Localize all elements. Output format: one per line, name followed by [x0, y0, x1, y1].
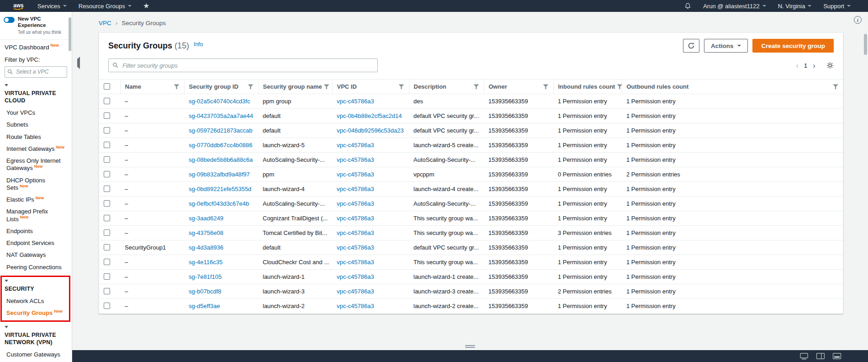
- table-row[interactable]: – sg-0bd89221efe55355d launch-wizard-4 v…: [99, 182, 843, 197]
- sidebar-item[interactable]: Peering Connections: [5, 261, 67, 273]
- info-link[interactable]: Info: [194, 41, 203, 48]
- security-group-id-link[interactable]: sg-09b832afbd9a48f97: [189, 171, 250, 178]
- vpc-id-link[interactable]: vpc-c45786a3: [337, 200, 374, 207]
- row-checkbox[interactable]: [104, 186, 110, 192]
- table-row[interactable]: SecurityGroup1 sg-4d3a8936 default vpc-c…: [99, 240, 843, 255]
- row-checkbox[interactable]: [104, 98, 110, 104]
- column-header[interactable]: Security group name: [258, 80, 332, 94]
- row-checkbox[interactable]: [104, 156, 110, 163]
- select-all-checkbox[interactable]: [104, 83, 110, 90]
- sidebar-item[interactable]: Managed Prefix ListsNew: [5, 206, 67, 225]
- nav-account-menu[interactable]: Arun @ aliastest1122: [698, 0, 772, 12]
- refresh-button[interactable]: [683, 39, 699, 53]
- security-group-id-link[interactable]: sg-4e116c35: [189, 259, 222, 266]
- sidebar-scrollbar-thumb[interactable]: [69, 17, 71, 51]
- row-checkbox[interactable]: [104, 142, 110, 148]
- sidebar-item[interactable]: Egress Only Internet GatewaysNew: [5, 155, 67, 175]
- security-group-id-link[interactable]: sg-04237035a2aa7ae44: [189, 112, 253, 119]
- table-row[interactable]: – sg-3aad6249 Cognizant TrailDigest (...…: [99, 211, 843, 226]
- security-group-id-link[interactable]: sg-d5eff3ae: [189, 303, 220, 309]
- sidebar-item[interactable]: Your VPCs: [5, 107, 67, 119]
- new-experience-toggle[interactable]: [4, 17, 15, 23]
- display-option-split-icon[interactable]: [816, 353, 825, 360]
- column-header[interactable]: Description: [409, 80, 484, 94]
- column-filter-icon[interactable]: [324, 84, 329, 90]
- table-row[interactable]: – sg-02a5c40740c4cd3fc ppm group vpc-c45…: [99, 94, 843, 109]
- security-group-id-link[interactable]: sg-b07bcdf8: [189, 288, 222, 295]
- row-checkbox[interactable]: [104, 127, 110, 133]
- pin-shortcut-button[interactable]: [138, 0, 155, 12]
- security-group-id-link[interactable]: sg-4d3a8936: [189, 244, 223, 251]
- vpc-id-link[interactable]: vpc-c45786a3: [337, 259, 374, 266]
- section-collapse-icon[interactable]: [5, 326, 8, 328]
- security-group-id-link[interactable]: sg-7e81f105: [189, 273, 222, 280]
- column-filter-icon[interactable]: [617, 84, 622, 90]
- actions-dropdown-button[interactable]: Actions: [704, 39, 748, 53]
- security-group-id-link[interactable]: sg-08bede5b8b6a88c6a: [189, 156, 253, 163]
- vpc-id-link[interactable]: vpc-046db92596c53da23: [337, 127, 404, 134]
- row-checkbox[interactable]: [104, 200, 110, 207]
- table-row[interactable]: – sg-4e116c35 CloudCheckr Cost and ... v…: [99, 255, 843, 270]
- sidebar-item[interactable]: Customer Gateways: [5, 349, 67, 361]
- security-group-id-link[interactable]: sg-43756e08: [189, 229, 223, 236]
- column-header[interactable]: Security group ID: [184, 80, 258, 94]
- vpc-id-link[interactable]: vpc-c45786a3: [337, 244, 374, 251]
- row-checkbox[interactable]: [104, 259, 110, 265]
- sidebar-item[interactable]: Security GroupsNew: [5, 307, 67, 319]
- column-header[interactable]: Outbound rules count: [622, 80, 843, 94]
- security-group-id-link[interactable]: sg-0770ddb67cc4b0886: [189, 142, 253, 149]
- table-row[interactable]: – sg-059726d21873accab default vpc-046db…: [99, 123, 843, 138]
- row-checkbox[interactable]: [104, 288, 110, 294]
- filter-security-groups-input[interactable]: [108, 59, 378, 72]
- section-collapse-icon[interactable]: [5, 84, 8, 86]
- vpc-id-link[interactable]: vpc-c45786a3: [337, 171, 374, 178]
- sidebar-item[interactable]: Subnets: [5, 119, 67, 131]
- nav-services-menu[interactable]: Services: [32, 0, 72, 12]
- vpc-id-link[interactable]: vpc-c45786a3: [337, 156, 374, 163]
- pagination-next-button[interactable]: ›: [810, 62, 818, 69]
- split-panel-drag-handle[interactable]: [464, 344, 476, 349]
- security-group-id-link[interactable]: sg-0bd89221efe55355d: [189, 186, 251, 192]
- nav-resource-groups-menu[interactable]: Resource Groups: [73, 0, 137, 12]
- pagination-prev-button[interactable]: ‹: [793, 62, 801, 69]
- table-row[interactable]: – sg-d5eff3ae launch-wizard-2 vpc-c45786…: [99, 299, 843, 314]
- section-collapse-icon[interactable]: [5, 280, 8, 282]
- row-checkbox[interactable]: [104, 273, 110, 280]
- table-row[interactable]: – sg-0efbcf043d3c67e4b AutoScaling-Secur…: [99, 197, 843, 211]
- row-checkbox[interactable]: [104, 229, 110, 236]
- security-group-id-link[interactable]: sg-3aad6249: [189, 215, 223, 222]
- column-filter-icon[interactable]: [543, 84, 549, 90]
- column-filter-icon[interactable]: [833, 84, 838, 90]
- table-row[interactable]: – sg-09b832afbd9a48f97 ppm vpc-c45786a3 …: [99, 167, 843, 182]
- notifications-button[interactable]: [679, 0, 697, 12]
- security-group-id-link[interactable]: sg-02a5c40740c4cd3fc: [189, 98, 250, 105]
- sidebar-item[interactable]: NAT Gateways: [5, 249, 67, 261]
- nav-support-menu[interactable]: Support: [818, 0, 856, 12]
- vpc-id-link[interactable]: vpc-c45786a3: [337, 303, 374, 309]
- column-filter-icon[interactable]: [399, 84, 404, 90]
- row-checkbox[interactable]: [104, 303, 110, 309]
- row-checkbox[interactable]: [104, 112, 110, 119]
- sidebar-item[interactable]: Internet GatewaysNew: [5, 143, 67, 155]
- sidebar-item[interactable]: Elastic IPsNew: [5, 194, 67, 206]
- column-header[interactable]: Inbound rules count: [553, 80, 622, 94]
- table-row[interactable]: – sg-43756e08 Tomcat Certified by Bit...…: [99, 226, 843, 240]
- column-header[interactable]: Owner: [484, 80, 553, 94]
- aws-logo[interactable]: aws: [6, 0, 31, 12]
- column-filter-icon[interactable]: [474, 84, 479, 90]
- help-panel-info-icon[interactable]: i: [854, 16, 862, 24]
- table-row[interactable]: – sg-08bede5b8b6a88c6a AutoScaling-Secur…: [99, 153, 843, 167]
- column-filter-icon[interactable]: [248, 84, 254, 90]
- breadcrumb-vpc-link[interactable]: VPC: [99, 20, 111, 27]
- column-header[interactable]: VPC ID: [332, 80, 409, 94]
- vpc-id-link[interactable]: vpc-c45786a3: [337, 288, 374, 295]
- row-checkbox[interactable]: [104, 171, 110, 177]
- display-option-laptop-icon[interactable]: [799, 353, 809, 360]
- table-row[interactable]: – sg-b07bcdf8 launch-wizard-3 vpc-c45786…: [99, 284, 843, 299]
- display-option-fullscreen-icon[interactable]: [832, 353, 842, 360]
- sidebar-item[interactable]: Endpoints: [5, 225, 67, 237]
- sidebar-item[interactable]: Route Tables: [5, 131, 67, 143]
- sidebar-collapse-button[interactable]: [76, 58, 81, 69]
- vpc-id-link[interactable]: vpc-c45786a3: [337, 229, 374, 236]
- vpc-id-link[interactable]: vpc-0b4b88e2cf5ac2d14: [337, 112, 402, 119]
